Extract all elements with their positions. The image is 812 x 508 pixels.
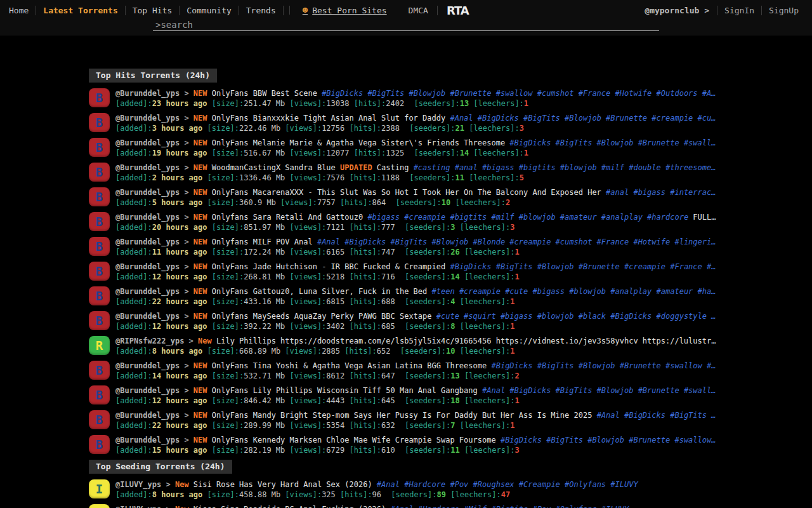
account-menu[interactable]: @mypornclub > — [645, 6, 717, 15]
uploader-name[interactable]: @Burunddel_yps — [115, 163, 184, 172]
torrent-title[interactable]: Onlyfans MILF POV Anal — [212, 237, 313, 246]
torrent-title-post[interactable]: Casting — [372, 163, 414, 172]
uploader-name[interactable]: @Burunddel_yps — [115, 436, 184, 444]
user-avatar[interactable]: I — [89, 504, 110, 508]
user-avatar[interactable]: B — [89, 88, 110, 107]
uploader-name[interactable]: @Burunddel_yps — [115, 188, 184, 197]
torrent-row[interactable]: B @Burunddel_yps > NEW WoodmanCastingX S… — [89, 163, 812, 183]
torrent-row[interactable]: B @Burunddel_yps > NEW Onlyfans MILF POV… — [89, 237, 812, 257]
user-avatar[interactable]: B — [89, 311, 110, 330]
user-avatar[interactable]: B — [89, 435, 110, 454]
torrent-title[interactable]: Lily Phillips https://doodstream.com/e/l… — [216, 337, 716, 345]
nav-item-top-hits[interactable]: Top Hits — [126, 6, 180, 15]
torrent-title[interactable]: OnlyFans Kennedy Marksen Chloe Mae Wife … — [212, 436, 496, 444]
torrent-row[interactable]: B @Burunddel_yps > NEW OnlyFans Gattouz0… — [89, 286, 812, 307]
torrent-title[interactable]: OnlyFans Lily Phillips Wisconsin Tiff 50… — [212, 386, 478, 395]
hashtags[interactable]: #BigDicks #BigTits #Blowjob #Brunette #c… — [450, 262, 716, 271]
torrent-row[interactable]: B @Burunddel_yps > NEW Onlyfans MaySeeds… — [89, 311, 812, 331]
uploader-name[interactable]: @Burunddel_yps — [115, 237, 184, 246]
nav-item-latest-torrents[interactable]: Latest Torrents — [36, 6, 125, 15]
torrent-row[interactable]: B @Burunddel_yps > NEW OnlyFans Macarena… — [89, 187, 812, 208]
torrent-row[interactable]: B @Burunddel_yps > NEW OnlyFans Mandy Br… — [89, 410, 812, 431]
torrent-title[interactable]: OnlyFans Mandy Bright Step-mom Says Her … — [212, 411, 593, 420]
hashtags[interactable]: #casting #anal #bigass #bigtits #blowjob… — [414, 163, 716, 172]
torrent-title[interactable]: OnlyFans BBW Best Scene — [212, 89, 317, 98]
hashtags[interactable]: #teen #creampie #cute #bigass #blowjob #… — [432, 287, 716, 296]
torrent-title[interactable]: WoodmanCastingX Sandra Blue — [212, 163, 340, 172]
user-avatar[interactable]: I — [89, 479, 110, 498]
hashtags[interactable]: #BigDicks #BigTits #Blowjob #Brunette #s… — [491, 361, 716, 370]
user-avatar[interactable]: B — [89, 237, 110, 256]
hits-value: 688 — [381, 297, 395, 306]
hashtags[interactable]: #Anal #Hardcore #Pov #Roughsex #Creampie… — [377, 480, 638, 489]
user-avatar[interactable]: B — [89, 187, 110, 206]
torrent-row[interactable]: I @ILUVY_yps > New Sisi Rose Has Very Ha… — [89, 479, 812, 500]
hashtags[interactable]: #anal #bigass #interrac… — [606, 188, 716, 197]
torrent-row[interactable]: R @RIPNsfw222_yps > New Lily Phillips ht… — [89, 336, 812, 356]
torrent-title[interactable]: Kissa Sins Roadside BG Anal Fucking (202… — [193, 505, 386, 508]
torrent-row[interactable]: B @Burunddel_yps > NEW OnlyFans Bianxxxk… — [89, 113, 812, 133]
hashtags[interactable]: #Anal #BigDicks #BigTits … — [597, 411, 716, 420]
torrent-title[interactable]: OnlyFans Melanie Marie & Agatha Vega Sis… — [212, 138, 505, 147]
user-avatar[interactable]: B — [89, 138, 110, 157]
hashtags[interactable]: #Anal #BigDicks #BigTits #Blowjob #Brune… — [482, 386, 716, 395]
uploader-name[interactable]: @Burunddel_yps — [115, 411, 184, 420]
torrent-row-text: @Burunddel_yps > NEW OnlyFans Kennedy Ma… — [115, 435, 751, 455]
uploader-name[interactable]: @ILUVY_yps — [115, 505, 166, 508]
user-avatar[interactable]: B — [89, 262, 110, 281]
torrent-title[interactable]: OnlyFans Tina Yoshi & Agatha Vega Asian … — [212, 361, 487, 370]
hashtags[interactable]: #BigDicks #BigTits #Blowjob #Brunette #s… — [509, 138, 716, 147]
size-value: 289.99 Mb — [244, 421, 289, 430]
uploader-name[interactable]: @Burunddel_yps — [115, 262, 184, 271]
torrent-row[interactable]: B @Burunddel_yps > NEW OnlyFans Kennedy … — [89, 435, 812, 455]
uploader-name[interactable]: @Burunddel_yps — [115, 114, 184, 123]
torrent-row[interactable]: B @Burunddel_yps > NEW OnlyFans Lily Phi… — [89, 385, 812, 406]
torrent-row-text: @Burunddel_yps > NEW OnlyFans Melanie Ma… — [115, 138, 751, 158]
torrent-title[interactable]: Onlyfans MaySeeds AquaZay Perky PAWG BBC… — [212, 312, 432, 321]
torrent-row[interactable]: I @ILUVY_yps > New Kissa Sins Roadside B… — [89, 504, 812, 508]
user-avatar[interactable]: B — [89, 286, 110, 305]
torrent-row[interactable]: B @Burunddel_yps > NEW Onlyfans Sara Ret… — [89, 212, 812, 232]
hashtags[interactable]: #BigDicks #BigTits #Blowjob #Brunette #s… — [501, 436, 716, 444]
dmca-link[interactable]: DMCA — [409, 6, 438, 15]
uploader-name[interactable]: @Burunddel_yps — [115, 89, 184, 98]
torrent-title[interactable]: Onlyfans Sara Retali And Gattouz0 — [212, 213, 363, 222]
torrent-row[interactable]: B @Burunddel_yps > NEW OnlyFans Jade Hut… — [89, 262, 812, 282]
user-avatar[interactable]: B — [89, 361, 110, 380]
hashtags[interactable]: #cute #squirt #bigass #blowjob #black #B… — [436, 312, 716, 321]
torrent-title[interactable]: OnlyFans MacarenaXXX - This Slut Was So … — [212, 188, 601, 197]
uploader-name[interactable]: @RIPNsfw222_yps — [115, 337, 189, 345]
torrent-title[interactable]: Sisi Rose Has Very Hard Anal Sex (2026) — [193, 480, 372, 489]
hashtags[interactable]: #BigDicks #BigTits #Blowjob #Brunette #s… — [322, 89, 716, 98]
user-avatar[interactable]: B — [89, 385, 110, 404]
user-avatar[interactable]: B — [89, 410, 110, 429]
uploader-name[interactable]: @Burunddel_yps — [115, 213, 184, 222]
user-avatar[interactable]: B — [89, 113, 110, 132]
uploader-name[interactable]: @Burunddel_yps — [115, 312, 184, 321]
torrent-title[interactable]: OnlyFans Bianxxxkie Tight Asian Anal Slu… — [212, 114, 445, 123]
best-porn-sites-link[interactable]: ☻ Best Porn Sites — [303, 5, 387, 15]
torrent-row[interactable]: B @Burunddel_yps > NEW OnlyFans Melanie … — [89, 138, 812, 158]
uploader-name[interactable]: @Burunddel_yps — [115, 287, 184, 296]
nav-item-home[interactable]: Home — [6, 6, 36, 15]
nav-item-community[interactable]: Community — [180, 6, 239, 15]
user-avatar[interactable]: R — [89, 336, 110, 355]
nav-item-trends[interactable]: Trends — [239, 6, 284, 15]
torrent-row[interactable]: B @Burunddel_yps > NEW OnlyFans Tina Yos… — [89, 361, 812, 381]
torrent-row[interactable]: B @Burunddel_yps > NEW OnlyFans BBW Best… — [89, 88, 812, 109]
hashtags[interactable]: #Anal #BigDicks #BigTits #Blowjob #Brune… — [450, 114, 716, 123]
user-avatar[interactable]: B — [89, 163, 110, 182]
torrent-title[interactable]: OnlyFans Jade Hutchison - IR BBC Fucked … — [212, 262, 445, 271]
user-avatar[interactable]: B — [89, 212, 110, 231]
search-input[interactable] — [153, 19, 659, 31]
uploader-name[interactable]: @ILUVY_yps — [115, 480, 166, 489]
hashtags[interactable]: #Anal #Hardcore #Milf #Bigtits #Pov #Onl… — [391, 505, 629, 508]
signup-link[interactable]: SignUp — [762, 6, 806, 15]
hashtags[interactable]: #Anal #BigDicks #BigTits #Blowjob #Blond… — [317, 237, 716, 246]
uploader-name[interactable]: @Burunddel_yps — [115, 386, 184, 395]
hashtags[interactable]: #bigass #creampie #bigtits #milf #blowjo… — [367, 213, 688, 222]
uploader-name[interactable]: @Burunddel_yps — [115, 138, 184, 147]
torrent-title[interactable]: OnlyFans Gattouz0, Luna Silver, Fuck in … — [212, 287, 428, 296]
signin-link[interactable]: SignIn — [717, 6, 762, 15]
uploader-name[interactable]: @Burunddel_yps — [115, 361, 184, 370]
